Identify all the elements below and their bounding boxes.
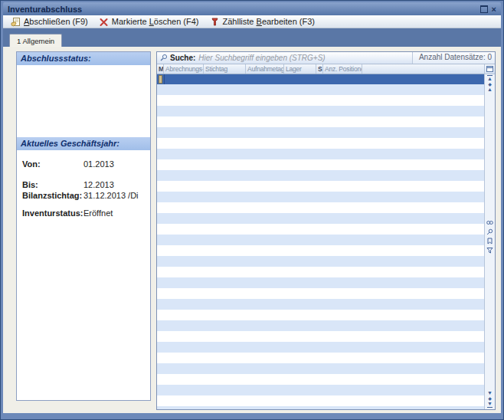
column-header-m[interactable]: M — [157, 64, 164, 74]
table-row[interactable] — [157, 192, 484, 202]
table-row[interactable] — [157, 374, 484, 385]
tab-allgemein[interactable]: 1 Allgemein — [9, 34, 62, 47]
vertical-scrollbar[interactable]: ▲ ◆ ▲ — [484, 64, 495, 409]
von-label: Von: — [22, 159, 83, 169]
restore-window-icon[interactable] — [480, 5, 488, 13]
zaehlliste-bearbeiten-label: Zählliste Bearbeiten (F3) — [223, 17, 315, 26]
column-header-stichtag[interactable]: Stichtag — [204, 64, 246, 74]
field-inventurstatus: Inventurstatus: Eröffnet — [17, 208, 150, 218]
table-row[interactable] — [157, 149, 484, 159]
scroll-to-top-icon[interactable]: ▲ — [487, 75, 493, 81]
field-von: Von: 01.2013 — [17, 159, 150, 169]
filter-icon[interactable] — [486, 247, 493, 254]
table-row[interactable] — [157, 235, 484, 245]
bis-value: 12.2013 — [83, 180, 114, 189]
table-row[interactable] — [157, 138, 484, 149]
title-bar[interactable]: Inventurabschluss × — [3, 2, 501, 15]
inventurstatus-label: Inventurstatus: — [22, 208, 83, 218]
binoculars-icon[interactable] — [486, 219, 493, 226]
table-row[interactable] — [157, 95, 484, 106]
delete-x-icon — [99, 17, 109, 27]
selected-table-row[interactable] — [157, 74, 484, 84]
finish-document-icon — [11, 17, 21, 27]
grid-columns-area: MAbrechnungs-NrStichtagAufnahmetagLagerS… — [157, 64, 484, 409]
scroll-down-icon[interactable]: ▼ — [487, 391, 493, 395]
table-row[interactable] — [157, 320, 484, 331]
table-row[interactable] — [157, 331, 484, 342]
abschliessen-button[interactable]: Abschließen (F9) — [11, 17, 88, 27]
table-row[interactable] — [157, 310, 484, 320]
bookmark-icon[interactable] — [486, 238, 493, 244]
inventur-grid: Suche: Anzahl Datensätze: 0 MAbrechnungs… — [156, 51, 496, 410]
field-bis: Bis: 12.2013 — [17, 180, 150, 189]
table-row[interactable] — [157, 342, 484, 353]
bis-label: Bis: — [22, 180, 83, 189]
column-header-anz-positionen[interactable]: Anz. Positionen — [323, 64, 362, 74]
window-title: Inventurabschluss — [8, 5, 480, 14]
table-row[interactable] — [157, 213, 484, 224]
table-row[interactable] — [157, 277, 484, 288]
column-chooser-button[interactable] — [485, 64, 495, 74]
table-row[interactable] — [157, 363, 484, 374]
table-row[interactable] — [157, 202, 484, 213]
table-row[interactable] — [157, 245, 484, 256]
zaehlliste-bearbeiten-button[interactable]: Zählliste Bearbeiten (F3) — [210, 17, 315, 27]
column-header-s[interactable]: S — [316, 64, 323, 74]
close-window-icon[interactable]: × — [492, 5, 496, 13]
record-count: Anzahl Datensätze: 0 — [412, 52, 495, 64]
abschlussstatus-header: Abschlussstatus: — [17, 52, 150, 65]
scroll-up-icon[interactable]: ▲ — [487, 87, 493, 92]
table-row[interactable] — [157, 127, 484, 138]
column-header-row: MAbrechnungs-NrStichtagAufnahmetagLagerS… — [157, 64, 484, 74]
column-header-aufnahmetag[interactable]: Aufnahmetag — [246, 64, 284, 74]
table-row[interactable] — [157, 84, 484, 95]
table-row[interactable] — [157, 353, 484, 363]
table-row[interactable] — [157, 181, 484, 192]
bilanzstichtag-value: 31.12.2013 /Di — [83, 191, 139, 200]
grid-rows — [157, 74, 484, 409]
geschaeftsjahr-header: Aktuelles Geschäftsjahr: — [17, 137, 150, 150]
scroll-to-bottom-icon[interactable]: ▼ — [487, 402, 493, 408]
inventurstatus-value: Eröffnet — [83, 208, 113, 218]
field-bilanzstichtag: Bilanzstichtag: 31.12.2013 /Di — [17, 191, 150, 200]
table-row[interactable] — [157, 116, 484, 127]
column-header-lager[interactable]: Lager — [284, 64, 316, 74]
markierte-loeschen-label: Markierte Löschen (F4) — [112, 17, 199, 26]
markierte-loeschen-button[interactable]: Markierte Löschen (F4) — [99, 17, 199, 27]
table-row[interactable] — [157, 159, 484, 170]
table-row[interactable] — [157, 170, 484, 181]
tab-page: Abschlussstatus: Aktuelles Geschäftsjahr… — [3, 47, 501, 413]
tab-band: 1 Allgemein — [3, 28, 501, 47]
toolbar: Abschließen (F9) Markierte Löschen (F4) … — [3, 15, 501, 28]
abschliessen-label: Abschließen (F9) — [24, 17, 88, 26]
table-row[interactable] — [157, 267, 484, 277]
red-pin-icon — [210, 17, 220, 27]
row-cursor-marker — [157, 74, 165, 84]
table-row[interactable] — [157, 385, 484, 395]
von-value: 01.2013 — [83, 159, 114, 169]
table-row[interactable] — [157, 288, 484, 299]
search-label: Suche: — [170, 54, 195, 62]
status-panel: Abschlussstatus: Aktuelles Geschäftsjahr… — [16, 51, 151, 401]
column-header-abrechnungs-nr[interactable]: Abrechnungs-Nr — [164, 64, 204, 74]
inventurabschluss-window: Inventurabschluss × Abschließen (F9) Mar… — [0, 0, 504, 420]
table-row[interactable] — [157, 256, 484, 267]
grid-main: MAbrechnungs-NrStichtagAufnahmetagLagerS… — [157, 64, 495, 409]
search-bar: Suche: Anzahl Datensätze: 0 — [157, 52, 495, 64]
bilanzstichtag-label: Bilanzstichtag: — [22, 191, 83, 200]
table-row[interactable] — [157, 406, 484, 409]
column-chooser-icon — [486, 66, 493, 72]
table-row[interactable] — [157, 299, 484, 310]
search-icon — [159, 54, 169, 62]
search-input[interactable] — [198, 54, 412, 62]
column-header-filler[interactable] — [362, 64, 484, 74]
magnifier-icon[interactable] — [486, 228, 493, 235]
table-row[interactable] — [157, 106, 484, 116]
table-row[interactable] — [157, 395, 484, 406]
table-row[interactable] — [157, 224, 484, 235]
